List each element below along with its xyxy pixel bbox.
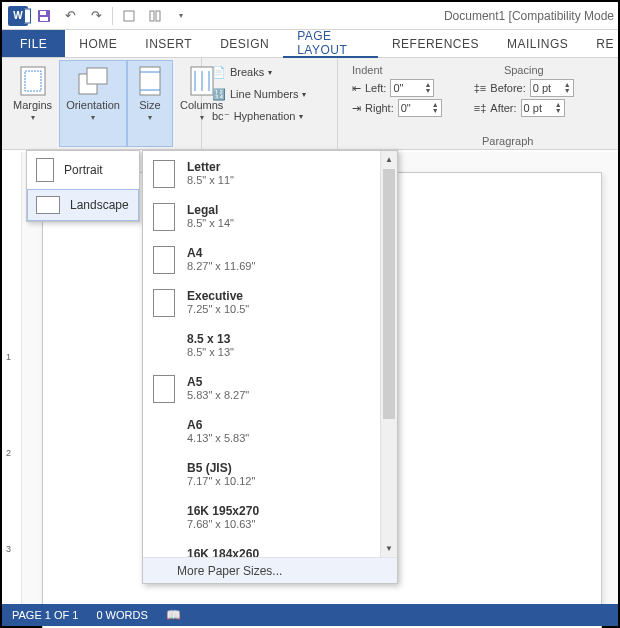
size-name: A5	[187, 375, 249, 389]
size-name: B5 (JIS)	[187, 461, 255, 475]
size-dim: 4.13" x 5.83"	[187, 432, 249, 445]
scroll-thumb[interactable]	[383, 169, 395, 419]
size-name: A4	[187, 246, 255, 260]
page-icon	[153, 160, 175, 188]
size-name: A6	[187, 418, 249, 432]
save-button[interactable]	[32, 4, 56, 28]
svg-rect-9	[87, 68, 107, 84]
orientation-menu: Portrait Landscape	[26, 150, 140, 222]
status-page[interactable]: PAGE 1 OF 1	[12, 609, 78, 621]
chevron-down-icon: ▾	[91, 113, 95, 122]
tab-home[interactable]: HOME	[65, 30, 131, 57]
quick-access-toolbar: ↶ ↷ ▾	[32, 4, 193, 28]
size-dim: 7.25" x 10.5"	[187, 303, 249, 316]
undo-button[interactable]: ↶	[58, 4, 82, 28]
indent-right-input[interactable]: 0"▲▼	[398, 99, 442, 117]
line-numbers-button[interactable]: 🔢Line Numbers▾	[208, 84, 331, 104]
tab-mailings[interactable]: MAILINGS	[493, 30, 582, 57]
margins-icon	[17, 65, 49, 97]
tab-references[interactable]: REFERENCES	[378, 30, 493, 57]
qat-overflow-2[interactable]	[143, 4, 167, 28]
size-dim: 8.5" x 14"	[187, 217, 234, 230]
svg-rect-5	[156, 11, 160, 21]
orientation-button[interactable]: Orientation ▾	[59, 60, 127, 147]
tab-review[interactable]: RE	[582, 30, 618, 57]
svg-rect-2	[40, 17, 48, 21]
size-button[interactable]: Size ▾	[127, 60, 173, 147]
size-name: Executive	[187, 289, 249, 303]
vertical-ruler[interactable]: 1 2 3	[2, 152, 22, 604]
vruler-mark: 3	[6, 544, 11, 554]
tab-design[interactable]: DESIGN	[206, 30, 283, 57]
size-dim: 8.27" x 11.69"	[187, 260, 255, 273]
size-name: Letter	[187, 160, 234, 174]
status-words[interactable]: 0 WORDS	[96, 609, 147, 621]
size-dim: 7.17" x 10.12"	[187, 475, 255, 488]
size-name: 16K 195x270	[187, 504, 259, 518]
svg-rect-10	[140, 67, 160, 95]
status-spelling-icon[interactable]: 📖	[166, 608, 181, 622]
page-icon	[153, 418, 175, 446]
size-option-a4[interactable]: A48.27" x 11.69"	[143, 241, 397, 284]
scroll-up-button[interactable]: ▲	[381, 151, 397, 168]
spacing-after-input[interactable]: 0 pt▲▼	[521, 99, 565, 117]
breaks-button[interactable]: 📄Breaks▾	[208, 62, 331, 82]
vruler-mark: 2	[6, 448, 11, 458]
size-name: 16K 184x260	[187, 547, 259, 557]
portrait-icon	[36, 158, 54, 182]
indent-left-input[interactable]: 0"▲▼	[390, 79, 434, 97]
page-icon	[153, 246, 175, 274]
page-icon	[153, 332, 175, 360]
qat-overflow-1[interactable]	[117, 4, 141, 28]
size-name: 8.5 x 13	[187, 332, 234, 346]
indent-right-icon: ⇥	[352, 102, 361, 115]
margins-button[interactable]: Margins ▾	[6, 60, 59, 147]
size-option-16k-195x270[interactable]: 16K 195x2707.68" x 10.63"	[143, 499, 397, 542]
orientation-landscape[interactable]: Landscape	[27, 189, 139, 221]
margins-label: Margins	[13, 99, 52, 111]
document-title: Document1 [Compatibility Mode	[444, 9, 614, 23]
size-option-legal[interactable]: Legal8.5" x 14"	[143, 198, 397, 241]
hyphenation-button[interactable]: bc⁻Hyphenation▾	[208, 106, 331, 126]
spacing-after-icon: ≡‡	[474, 102, 487, 114]
tab-file[interactable]: FILE	[2, 30, 65, 57]
spacing-before-input[interactable]: 0 pt▲▼	[530, 79, 574, 97]
redo-button[interactable]: ↷	[84, 4, 108, 28]
breaks-icon: 📄	[212, 66, 226, 79]
size-icon	[134, 65, 166, 97]
size-option-executive[interactable]: Executive7.25" x 10.5"	[143, 284, 397, 327]
page-icon	[153, 289, 175, 317]
scrollbar[interactable]: ▲ ▼	[380, 151, 397, 557]
size-dim: 8.5" x 11"	[187, 174, 234, 187]
paragraph-group-label: Paragraph	[482, 135, 533, 147]
size-name: Legal	[187, 203, 234, 217]
tab-page-layout[interactable]: PAGE LAYOUT	[283, 30, 378, 58]
size-option-16k-184x260[interactable]: 16K 184x2607.24" x 10.24"	[143, 542, 397, 557]
indent-left-icon: ⇤	[352, 82, 361, 95]
size-option-letter[interactable]: Letter8.5" x 11"	[143, 155, 397, 198]
status-bar: PAGE 1 OF 1 0 WORDS 📖	[2, 604, 618, 626]
line-numbers-label: Line Numbers	[230, 88, 298, 100]
size-dim: 8.5" x 13"	[187, 346, 234, 359]
more-paper-sizes[interactable]: More Paper Sizes...	[143, 557, 397, 583]
orientation-portrait[interactable]: Portrait	[27, 151, 139, 189]
size-option-8-5-x-13[interactable]: 8.5 x 138.5" x 13"	[143, 327, 397, 370]
spacing-title: Spacing	[474, 64, 574, 78]
landscape-icon	[36, 196, 60, 214]
line-numbers-icon: 🔢	[212, 88, 226, 101]
size-label: Size	[139, 99, 160, 111]
title-bar: W ↶ ↷ ▾ Document1 [Compatibility Mode	[2, 2, 618, 30]
scroll-down-button[interactable]: ▼	[381, 540, 397, 557]
ribbon-tabs: FILE HOME INSERT DESIGN PAGE LAYOUT REFE…	[2, 30, 618, 58]
size-option-a6[interactable]: A64.13" x 5.83"	[143, 413, 397, 456]
size-option-a5[interactable]: A55.83" x 8.27"	[143, 370, 397, 413]
size-dim: 5.83" x 8.27"	[187, 389, 249, 402]
spacing-before-label: Before:	[490, 82, 525, 94]
page-icon	[153, 203, 175, 231]
qat-customize[interactable]: ▾	[169, 4, 193, 28]
size-list: Letter8.5" x 11"Legal8.5" x 14"A48.27" x…	[143, 151, 397, 557]
indent-right-label: Right:	[365, 102, 394, 114]
tab-insert[interactable]: INSERT	[131, 30, 206, 57]
vruler-mark: 1	[6, 352, 11, 362]
size-option-b5-jis-[interactable]: B5 (JIS)7.17" x 10.12"	[143, 456, 397, 499]
